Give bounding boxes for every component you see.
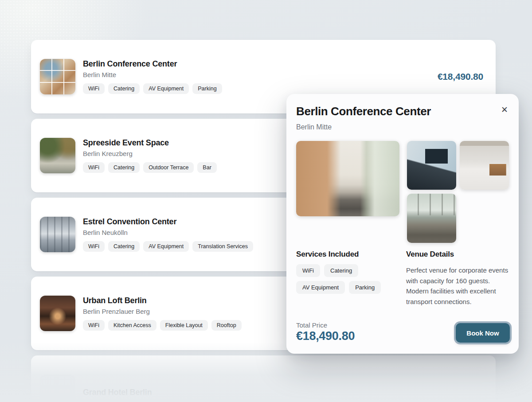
service-tag: Catering [324,264,358,277]
venue-tag: Outdoor Terrace [143,162,194,173]
venue-tag: Catering [108,162,140,173]
close-button[interactable]: ✕ [498,104,511,116]
venue-tags: WiFi Kitchen Access Flexible Layout Roof… [83,320,242,331]
service-tag: AV Equipment [296,281,345,294]
venue-thumbnail [40,138,75,173]
venue-tag: Kitchen Access [108,320,156,331]
venue-card-info: Spreeside Event Space Berlin Kreuzberg W… [83,138,217,173]
venue-thumbnail [40,59,75,94]
venue-name: Urban Loft Berlin [83,296,242,305]
venue-card-info: Berlin Conference Center Berlin Mitte Wi… [83,59,222,94]
gallery-photo-conference-hall[interactable] [296,141,399,216]
venue-details-heading: Venue Details [406,250,454,259]
service-tag: Parking [349,281,381,294]
venue-tag: Translation Services [192,241,253,252]
venue-detail-modal: ✕ Berlin Conference Center Berlin Mitte … [286,94,519,354]
venue-tags: WiFi Catering AV Equipment Parking [83,83,222,94]
venue-name: Estrel Convention Center [83,217,253,226]
venue-name: Grand Hotel Berlin [83,388,152,397]
venue-tag: WiFi [83,320,105,331]
venue-thumbnail [40,217,75,252]
total-price-value: €18,490.80 [296,329,355,343]
services-heading: Services Included [296,250,359,259]
venue-thumbnail [40,375,75,402]
venue-name: Berlin Conference Center [83,59,222,69]
venue-location: Berlin Neukölln [83,229,253,236]
services-tags: WiFi Catering AV Equipment Parking [296,264,400,294]
venue-tag: WiFi [83,162,105,173]
venue-location: Berlin Prenzlauer Berg [83,308,242,315]
close-icon: ✕ [501,105,508,114]
venue-location: Berlin Mitte [83,71,222,78]
modal-title: Berlin Conference Center [296,105,431,118]
total-price-label: Total Price [296,321,327,329]
venue-price: €18,490.80 [438,71,483,82]
venue-tag: AV Equipment [143,241,189,252]
venue-location: Berlin Kreuzberg [83,150,217,157]
venue-thumbnail [40,296,75,331]
venue-tag: Catering [108,83,140,94]
book-now-button[interactable]: Book Now [456,323,510,343]
venue-tag: WiFi [83,241,105,252]
service-tag: WiFi [296,264,320,277]
venue-card-info: Urban Loft Berlin Berlin Prenzlauer Berg… [83,296,242,331]
gallery-photo-lobby[interactable] [460,141,509,190]
venue-tag: Rooftop [211,320,242,331]
venue-tag: WiFi [83,83,105,94]
venue-tags: WiFi Catering Outdoor Terrace Bar [83,162,217,173]
venue-name: Spreeside Event Space [83,138,217,148]
gallery-photo-restaurant[interactable] [407,194,456,243]
venue-card[interactable]: Grand Hotel Berlin [31,355,496,402]
venue-card-info: Estrel Convention Center Berlin Neukölln… [83,217,253,252]
venue-tag: AV Equipment [143,83,189,94]
venue-tag: Bar [197,162,216,173]
venue-tags: WiFi Catering AV Equipment Translation S… [83,241,253,252]
venue-card-info: Grand Hotel Berlin [83,388,152,397]
venue-tag: Flexible Layout [160,320,208,331]
venue-booking-page: Berlin Conference Center Berlin Mitte Wi… [0,0,532,402]
venue-tag: Catering [108,241,140,252]
gallery-photo-meeting-room[interactable] [407,141,456,190]
modal-location: Berlin Mitte [296,123,332,131]
venue-tag: Parking [192,83,222,94]
venue-details-text: Perfect venue for corporate events with … [406,265,509,307]
